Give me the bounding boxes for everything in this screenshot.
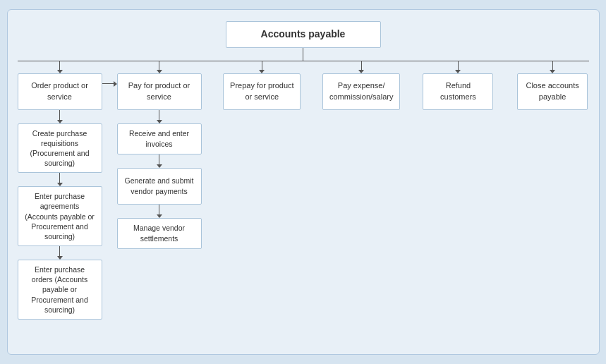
- col3-arrowhead: [259, 70, 265, 73]
- col1-sub1-label: Create purchase requisitions (Procuremen…: [24, 128, 96, 169]
- column-1: Order product or service Create purchase…: [18, 61, 102, 320]
- col3-label: Prepay for product or service: [229, 80, 294, 102]
- col2-top-arrow: [157, 61, 162, 73]
- col4-arrowhead: [358, 70, 364, 73]
- col1-sub2-label: Enter purchase agreements (Accounts paya…: [24, 191, 96, 241]
- col2-label: Pay for product or service: [123, 80, 195, 102]
- col1-to-col2-arrow: [102, 81, 117, 87]
- col1-arrowhead: [57, 70, 63, 73]
- col1-sub2: Enter purchase agreements (Accounts paya…: [18, 186, 102, 246]
- col6-arrowhead: [550, 70, 555, 73]
- column-5: Refund customers: [422, 61, 495, 110]
- col2-seg-line1: [159, 110, 159, 120]
- columns-row: Order product or service Create purchase…: [18, 61, 589, 320]
- col2-sub1-label: Receive and enter invoices: [123, 128, 195, 148]
- col4-label: Pay expense/ commission/salary: [329, 80, 394, 102]
- col5-top-line: [458, 61, 459, 70]
- col2-seg-arrow2: [157, 164, 162, 168]
- col6-top-arrow: [550, 61, 555, 73]
- diagram-container: Accounts payable Order product or servic…: [7, 9, 600, 355]
- col2-sub3-label: Manage vendor settlements: [123, 223, 195, 243]
- tree-top: Accounts payable: [18, 21, 589, 61]
- col5-box: Refund customers: [423, 73, 493, 110]
- col1-sub3-label: Enter purchase orders (Accounts payable …: [24, 265, 96, 315]
- col2-seg-arrow1: [157, 120, 162, 123]
- col6-box: Close accounts payable: [517, 73, 588, 110]
- column-4: Pay expense/ commission/salary: [322, 61, 400, 110]
- col2-seg-line3: [159, 205, 159, 214]
- col1-top-line: [59, 61, 60, 70]
- col2-seg-arrow3: [157, 214, 162, 218]
- col2-arrow1: [157, 110, 162, 123]
- col4-top-arrow: [358, 61, 364, 73]
- column-2: Pay for product or service Receive and e…: [117, 61, 202, 249]
- right-arrow-line: [102, 83, 114, 84]
- col5-label: Refund customers: [429, 80, 487, 102]
- col4-box: Pay expense/ commission/salary: [322, 73, 400, 110]
- col2-top-line: [159, 61, 159, 70]
- col6-label: Close accounts payable: [523, 80, 581, 102]
- col5-top-arrow: [455, 61, 461, 73]
- col1-arrow3: [57, 246, 63, 260]
- main-layout: Accounts payable Order product or servic…: [18, 21, 589, 320]
- col1-seg-arrow1: [57, 120, 63, 123]
- col1-seg-line1: [59, 110, 60, 120]
- col6-top-line: [552, 61, 553, 70]
- col3-box: Prepay for product or service: [223, 73, 301, 110]
- col1-arrow2: [57, 173, 63, 186]
- col2-sub3: Manage vendor settlements: [117, 218, 202, 249]
- main-horizontal-bar: [18, 61, 589, 61]
- col2-sub2: Generate and submit vendor payments: [117, 168, 202, 205]
- col1-arrow1: [57, 110, 63, 123]
- col2-arrow2: [157, 154, 162, 168]
- column-6: Close accounts payable: [516, 61, 589, 110]
- col4-top-line: [361, 61, 362, 70]
- col1-label: Order product or service: [24, 80, 96, 102]
- col2-arrowhead: [157, 70, 162, 73]
- col1-seg-line3: [59, 246, 60, 256]
- col2-sub1: Receive and enter invoices: [117, 123, 202, 154]
- col1-box: Order product or service: [18, 73, 102, 110]
- title-box: Accounts payable: [226, 21, 381, 48]
- col5-arrowhead: [455, 70, 461, 73]
- col2-sub2-label: Generate and submit vendor payments: [123, 176, 195, 195]
- col2-seg-line2: [159, 154, 159, 164]
- right-arrow: [102, 81, 117, 87]
- col1-top-arrow: [57, 61, 63, 73]
- col3-top-arrow: [259, 61, 265, 73]
- col3-top-line: [262, 61, 262, 70]
- column-3: Prepay for product or service: [223, 61, 301, 110]
- col2-arrow3: [157, 205, 162, 218]
- title-to-bar-line: [303, 48, 303, 61]
- col1-sub1: Create purchase requisitions (Procuremen…: [18, 123, 102, 174]
- col1-sub3: Enter purchase orders (Accounts payable …: [18, 260, 102, 320]
- col1-seg-line2: [59, 173, 60, 183]
- col2-box: Pay for product or service: [117, 73, 202, 110]
